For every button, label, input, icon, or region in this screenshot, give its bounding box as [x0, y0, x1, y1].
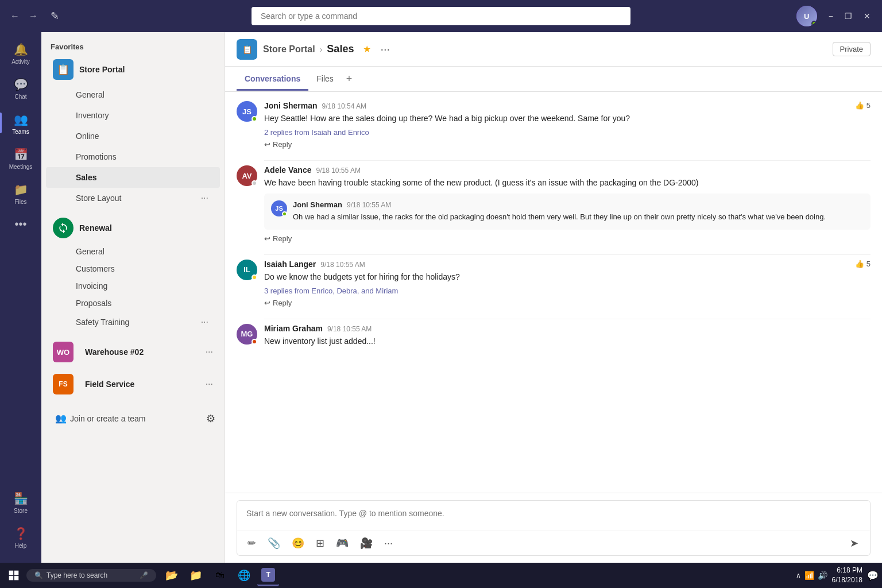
favorite-star[interactable]: ★: [363, 44, 371, 55]
svg-rect-2: [9, 576, 14, 581]
channel-store-layout-more[interactable]: ···: [199, 192, 211, 204]
settings-button[interactable]: ⚙: [206, 412, 215, 425]
attach-tool[interactable]: 📎: [264, 535, 284, 552]
reply-label: Reply: [273, 140, 292, 149]
reply-button[interactable]: ↩ Reply: [264, 299, 871, 307]
channel-safety-training-label: Safety Training: [76, 318, 199, 327]
taskbar-notification-icon[interactable]: 💬: [867, 570, 879, 581]
channel-safety-training-more[interactable]: ···: [199, 316, 211, 328]
files-icon: 📁: [14, 183, 28, 196]
message-header: Isaiah Langer 9/18 10:55 AM: [264, 260, 365, 269]
message-content: Isaiah Langer 9/18 10:55 AM 👍 5 Do we kn…: [264, 260, 871, 307]
start-button[interactable]: [3, 565, 24, 586]
more-tools[interactable]: ···: [381, 535, 396, 552]
giphy-tool[interactable]: ⊞: [312, 535, 328, 552]
message-block: MG Miriam Graham 9/18 10:55 AM New inven…: [237, 324, 871, 347]
sidebar-icon-meetings[interactable]: 📅 Meetings: [0, 142, 41, 176]
message-like[interactable]: 👍 5: [855, 101, 871, 110]
sidebar-icon-activity[interactable]: 🔔 Activity: [0, 37, 41, 71]
taskbar-app-store[interactable]: 🛍: [209, 564, 231, 586]
search-input[interactable]: [252, 7, 630, 25]
tab-files[interactable]: Files: [308, 68, 342, 91]
add-tab-button[interactable]: +: [342, 69, 357, 88]
taskbar-app-teams[interactable]: T: [257, 564, 279, 586]
channel-inventory-label: Inventory: [76, 111, 199, 120]
channel-online-label: Online: [76, 131, 199, 141]
sidebar-icon-store[interactable]: 🏪 Store: [0, 486, 41, 520]
reply-button[interactable]: ↩ Reply: [264, 140, 871, 149]
channel-customers[interactable]: Customers: [46, 260, 220, 277]
sidebar-icon-files[interactable]: 📁 Files: [0, 177, 41, 211]
message-author: Joni Sherman: [264, 101, 318, 110]
reply-button[interactable]: ↩ Reply: [264, 234, 871, 243]
messages-area: JS Joni Sherman 9/18 10:54 AM 👍 5: [225, 92, 882, 493]
user-avatar[interactable]: U: [796, 6, 817, 26]
breadcrumb: Store Portal › Sales ★ ···: [263, 42, 390, 56]
compose-input[interactable]: [237, 501, 870, 528]
forward-button[interactable]: →: [25, 9, 41, 24]
message-time: 9/18 10:55 AM: [327, 325, 372, 333]
compose-button[interactable]: ✎: [46, 7, 64, 25]
channel-store-layout[interactable]: Store Layout ···: [46, 188, 220, 208]
taskbar-search[interactable]: 🔍 Type here to search 🎤: [26, 569, 156, 582]
taskbar-app-explorer[interactable]: 📂: [161, 564, 183, 586]
team-item-field-service[interactable]: FS Field Service ···: [46, 369, 220, 399]
close-button[interactable]: ✕: [859, 9, 875, 23]
minimize-button[interactable]: −: [824, 9, 838, 23]
tab-conversations[interactable]: Conversations: [237, 68, 308, 91]
sidebar-icon-chat[interactable]: 💬 Chat: [0, 72, 41, 106]
format-tool[interactable]: ✏: [244, 535, 260, 552]
emoji-tool[interactable]: 😊: [288, 535, 308, 552]
message-text: Hey Seattle! How are the sales doing up …: [264, 113, 871, 125]
channel-proposals[interactable]: Proposals: [46, 295, 220, 312]
taskbar: 🔍 Type here to search 🎤 📂 📁 🛍 🌐 T ∧ 📶 🔊 …: [0, 563, 882, 588]
search-bar[interactable]: [252, 7, 630, 25]
channel-general[interactable]: General ···: [46, 84, 220, 105]
back-button[interactable]: ←: [7, 9, 23, 24]
taskbar-date-display: 6/18/2018: [832, 575, 862, 585]
taskbar-search-label: Type here to search: [47, 571, 107, 579]
channel-online[interactable]: Online ···: [46, 126, 220, 146]
message-like[interactable]: 👍 5: [855, 260, 871, 268]
replies-link[interactable]: 3 replies from Enrico, Debra, and Miriam: [264, 287, 871, 295]
channel-header-team-icon: 📋: [237, 39, 257, 60]
channel-proposals-label: Proposals: [76, 299, 211, 308]
reply-label: Reply: [273, 234, 292, 243]
message-header: Adele Vance 9/18 10:55 AM: [264, 165, 871, 175]
team-item-renewal[interactable]: Renewal: [46, 213, 220, 243]
more-icon: •••: [14, 218, 26, 231]
svg-rect-1: [14, 571, 19, 575]
message-time: 9/18 10:54 AM: [322, 102, 366, 110]
team-item-warehouse[interactable]: WO Warehouse #02 ···: [46, 337, 220, 367]
replies-link[interactable]: 2 replies from Isaiah and Enrico: [264, 128, 871, 137]
store-icon: 🏪: [14, 492, 28, 505]
sticker-tool[interactable]: 🎮: [332, 535, 352, 552]
maximize-button[interactable]: ❐: [840, 9, 857, 23]
send-button[interactable]: ➤: [845, 535, 863, 552]
warehouse-more[interactable]: ···: [206, 347, 213, 357]
message-text: New inventory list just added...!: [264, 335, 871, 347]
channel-invoicing[interactable]: Invoicing: [46, 277, 220, 295]
video-tool[interactable]: 🎥: [357, 535, 376, 552]
field-service-more[interactable]: ···: [206, 379, 213, 389]
sidebar-icon-more[interactable]: •••: [0, 212, 41, 239]
taskbar-volume-icon[interactable]: 🔊: [818, 571, 827, 580]
breadcrumb-separator: ›: [320, 45, 323, 54]
taskbar-app-edge[interactable]: 🌐: [233, 564, 255, 586]
channel-promotions[interactable]: Promotions ···: [46, 146, 220, 167]
top-right-controls: U − ❐ ✕: [796, 6, 875, 26]
message-text: We have been having trouble stacking som…: [264, 177, 871, 189]
taskbar-app-files[interactable]: 📁: [185, 564, 207, 586]
channel-customers-label: Customers: [76, 264, 211, 273]
team-item-store-portal[interactable]: 📋 Store Portal: [46, 55, 220, 84]
join-create-team-button[interactable]: 👥 Join or create a team: [51, 409, 150, 427]
channel-sales[interactable]: Sales ···: [46, 167, 220, 188]
channel-inventory[interactable]: Inventory ···: [46, 105, 220, 126]
taskbar-chevron[interactable]: ∧: [796, 571, 801, 579]
sidebar-icon-help[interactable]: ❓ Help: [0, 521, 41, 555]
channel-renewal-general[interactable]: General: [46, 243, 220, 260]
channel-more-button[interactable]: ···: [380, 42, 390, 56]
renewal-name: Renewal: [79, 223, 112, 233]
sidebar-icon-teams[interactable]: 👥 Teams: [0, 107, 41, 141]
channel-safety-training[interactable]: Safety Training ···: [46, 312, 220, 332]
